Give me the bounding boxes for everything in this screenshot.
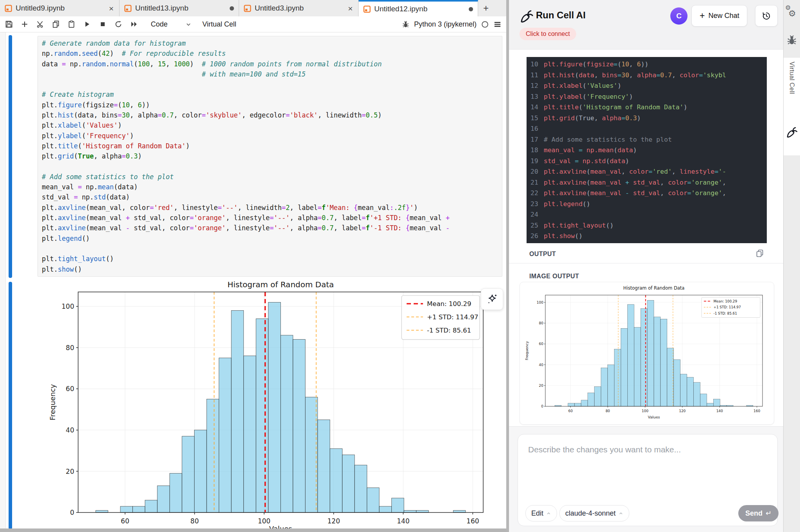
svg-text:-1 STD: 85.61: -1 STD: 85.61 [714, 311, 737, 315]
cut-cell-icon[interactable] [36, 20, 45, 28]
code-line: # Create histogram [42, 89, 502, 100]
debugger-bug-icon[interactable] [402, 20, 410, 28]
copy-output-icon[interactable] [755, 249, 764, 260]
svg-text:0: 0 [541, 404, 543, 408]
svg-text:100: 100 [258, 517, 270, 525]
code-line: plt.figure(figsize=(10, 6)) [42, 100, 502, 110]
code-line: # with mean=100 and std=15 [42, 69, 502, 79]
tab-bar: Untitled9.ipynb×Untitled13.ipynbUntitled… [0, 0, 506, 17]
new-tab-button[interactable]: + [478, 0, 494, 16]
svg-text:Histogram of Random Data: Histogram of Random Data [227, 280, 334, 289]
property-inspector-gears-icon[interactable]: ⚙ ⚙ [785, 5, 798, 20]
code-line: plt.show() [42, 264, 502, 274]
svg-text:+1 STD: 114.97: +1 STD: 114.97 [714, 305, 741, 309]
connect-status-badge[interactable]: Click to connect [520, 28, 576, 40]
svg-text:80: 80 [539, 321, 544, 325]
close-icon[interactable]: × [108, 4, 114, 12]
run-cell-icon[interactable] [83, 20, 91, 28]
code-line: 19std_val = np.std(data) [527, 156, 767, 167]
ai-sparkle-button[interactable] [481, 288, 503, 310]
stop-kernel-icon[interactable] [98, 20, 107, 28]
code-line: plt.axvline(mean_val, color='red', lines… [42, 203, 502, 213]
edit-mode-select[interactable]: Edit [525, 505, 557, 521]
svg-text:Frequency: Frequency [49, 384, 57, 420]
svg-text:120: 120 [327, 517, 340, 525]
svg-text:80: 80 [66, 344, 74, 352]
run-all-icon[interactable] [130, 20, 138, 28]
new-chat-button[interactable]: + New Chat [691, 5, 747, 27]
active-cell-indicator[interactable] [9, 35, 12, 278]
code-line [42, 244, 502, 254]
copy-cell-icon[interactable] [52, 20, 60, 28]
cell-type-value: Code [151, 20, 168, 28]
output-cell-indicator[interactable] [9, 282, 12, 529]
chevron-down-icon [186, 21, 191, 27]
code-line: plt.tight_layout() [42, 254, 502, 264]
code-line: np.random.seed(42) # For reproducible re… [42, 48, 502, 59]
histogram-plot: 6080100120140160020406080100Histogram of… [523, 283, 773, 421]
tab-label: Untitled3.ipynb [255, 4, 344, 12]
sidebar-tab-virtual-cell[interactable]: Virtual Cell [783, 62, 800, 96]
horizontal-scrollbar[interactable] [0, 528, 506, 532]
svg-text:40: 40 [539, 363, 544, 367]
avatar[interactable]: C [670, 7, 688, 25]
tab-Untitled12.ipynb[interactable]: Untitled12.ipynb [359, 0, 478, 16]
code-editor[interactable]: # Generate random data for histogramnp.r… [38, 36, 502, 277]
svg-text:140: 140 [716, 409, 723, 413]
restart-kernel-icon[interactable] [114, 20, 123, 28]
left-sidebar-collapsed [0, 32, 6, 532]
model-select[interactable]: claude-4-sonnet [559, 505, 629, 521]
tab-Untitled3.ipynb[interactable]: Untitled3.ipynb× [239, 0, 359, 16]
save-icon[interactable] [5, 20, 13, 28]
svg-text:60: 60 [539, 342, 544, 346]
code-line: 18mean_val = np.mean(data) [527, 145, 767, 156]
unsaved-dot-icon[interactable] [230, 6, 234, 11]
svg-text:140: 140 [397, 517, 409, 525]
code-line: plt.axvline(mean_val + std_val, color='o… [42, 213, 502, 223]
svg-text:160: 160 [466, 517, 479, 525]
kernel-name[interactable]: Python 3 (ipykernel) [414, 20, 477, 28]
code-line: 22plt.axvline(mean_val - std_val, color=… [527, 188, 767, 199]
code-line: plt.ylabel('Frequency') [42, 131, 502, 141]
virtual-cell-button[interactable]: Virtual Cell [202, 20, 236, 28]
notebook-icon [244, 5, 251, 12]
notebook-plot-output: 6080100120140160020406080100Histogram of… [49, 278, 506, 532]
svg-text:20: 20 [66, 468, 74, 475]
svg-text:80: 80 [605, 409, 610, 413]
svg-text:100: 100 [537, 301, 543, 304]
close-icon[interactable]: × [347, 4, 354, 12]
carrot-logo-icon [519, 9, 534, 26]
chat-input-placeholder[interactable]: Describe the changes you want to make... [528, 445, 681, 454]
notebook-icon [5, 5, 12, 12]
code-line: 26plt.show() [527, 231, 767, 242]
panel-divider[interactable] [506, 0, 509, 532]
hamburger-menu-icon[interactable] [493, 20, 502, 28]
code-line: 23plt.legend() [527, 199, 767, 210]
carrot-tab-icon[interactable] [785, 126, 798, 141]
plus-icon: + [700, 11, 705, 21]
svg-text:160: 160 [754, 409, 760, 413]
sparkle-icon [486, 294, 498, 305]
svg-text:80: 80 [190, 517, 199, 525]
code-line: 25plt.tight_layout() [527, 220, 767, 231]
svg-text:100: 100 [642, 409, 648, 413]
svg-text:Frequency: Frequency [525, 341, 529, 360]
send-button[interactable]: Send ↵ [738, 505, 779, 521]
tab-Untitled13.ipynb[interactable]: Untitled13.ipynb [120, 0, 239, 16]
paste-cell-icon[interactable] [67, 20, 76, 28]
code-line: 20plt.axvline(mean_val, color='red', lin… [527, 166, 767, 177]
chat-history-button[interactable] [755, 5, 778, 27]
code-line: 11plt.hist(data, bins=30, alpha=0.7, col… [527, 70, 767, 81]
debugger-bug-icon[interactable] [786, 34, 798, 48]
history-icon [761, 11, 771, 21]
code-line: 15plt.grid(True, alpha=0.3) [527, 113, 767, 124]
tab-label: Untitled9.ipynb [16, 4, 105, 12]
code-line: plt.legend() [42, 233, 502, 244]
add-cell-icon[interactable] [20, 20, 29, 28]
tab-Untitled9.ipynb[interactable]: Untitled9.ipynb× [0, 0, 120, 16]
cell-type-select[interactable]: Code [151, 20, 191, 28]
unsaved-dot-icon[interactable] [469, 7, 473, 11]
svg-text:60: 60 [66, 385, 74, 393]
code-line: data = np.random.normal(100, 15, 1000) #… [42, 59, 502, 69]
chevron-up-icon [618, 511, 623, 516]
